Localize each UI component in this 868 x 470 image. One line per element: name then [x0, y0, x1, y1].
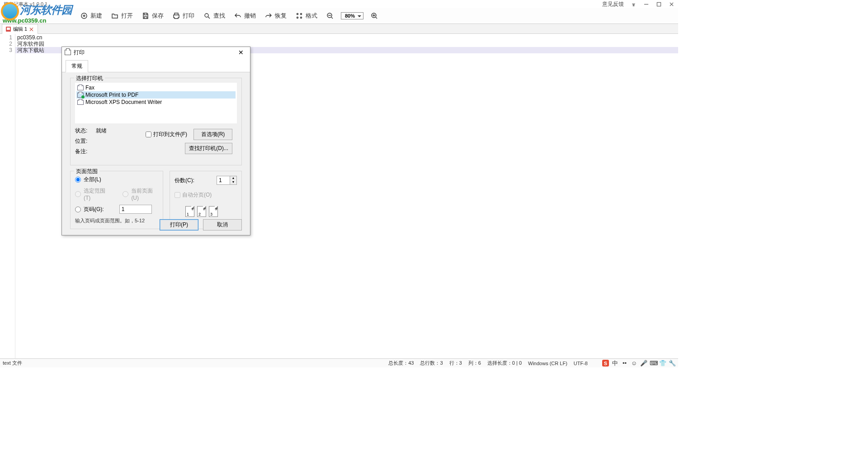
zoom-out-button[interactable]: [323, 10, 337, 21]
print-confirm-button[interactable]: 打印(P): [160, 219, 198, 230]
open-button[interactable]: 打开: [108, 10, 137, 22]
printer-icon: [65, 50, 71, 55]
printer-item[interactable]: Microsoft XPS Document Writer: [76, 99, 236, 106]
printer-item[interactable]: Microsoft Print to PDF: [76, 91, 236, 99]
copies-spinner[interactable]: ▲▼: [217, 176, 237, 185]
ime-logo-icon[interactable]: S: [602, 360, 609, 367]
comment-label: 备注:: [75, 148, 96, 155]
app-title: 极客记事本 v1.0.0.1: [4, 1, 47, 8]
range-selection-radio: 选定范围(T): [75, 187, 110, 201]
redo-button[interactable]: 恢复: [261, 10, 290, 22]
printer-icon: [77, 100, 84, 105]
editor-tab[interactable]: 编辑 1: [2, 24, 38, 34]
print-button[interactable]: 打印: [169, 10, 198, 22]
spin-up-icon[interactable]: ▲: [230, 176, 236, 180]
print-dialog: 打印 ✕ 常规 选择打印机 FaxMicrosoft Print to PDFM…: [61, 47, 250, 235]
printer-item[interactable]: Fax: [76, 84, 236, 91]
range-pages-input[interactable]: [119, 205, 152, 214]
maximize-button[interactable]: [656, 1, 662, 7]
find-button[interactable]: 查找: [200, 10, 229, 22]
status-bar: text 文件 总长度：43 总行数：3 行：3 列：6 选择长度：0 | 0 …: [0, 358, 678, 367]
svg-point-3: [297, 14, 298, 15]
ime-keyboard-icon[interactable]: ⌨: [650, 360, 656, 367]
status-col: 列：6: [468, 360, 481, 367]
tab-close-icon[interactable]: [29, 27, 34, 32]
printer-icon: [77, 93, 84, 98]
toolbar: 新建 打开 保存 打印 查找 撤销 恢复 格式 80%: [0, 8, 678, 24]
printer-list[interactable]: FaxMicrosoft Print to PDFMicrosoft XPS D…: [75, 83, 237, 123]
ime-settings-icon[interactable]: 🔧: [669, 360, 675, 367]
tab-bar: 编辑 1: [0, 24, 678, 34]
dialog-title: 打印: [74, 49, 85, 56]
range-current-radio: 当前页面(U): [123, 187, 158, 201]
editor-line[interactable]: 河东软件园: [17, 41, 678, 47]
select-printer-legend: 选择打印机: [74, 75, 105, 82]
svg-point-4: [301, 14, 302, 15]
copies-input[interactable]: [217, 176, 230, 185]
status-total-lines: 总行数：3: [420, 360, 443, 367]
ime-punct-icon[interactable]: ••: [621, 360, 628, 367]
status-eol: Windows (CR LF): [528, 361, 567, 366]
status-row: 行：3: [449, 360, 462, 367]
feedback-link[interactable]: 意见反馈: [602, 0, 624, 8]
preferences-button[interactable]: 首选项(R): [193, 129, 232, 140]
printer-icon: [77, 85, 84, 90]
svg-rect-0: [657, 2, 660, 6]
find-printer-button[interactable]: 查找打印机(D)...: [185, 143, 232, 154]
line-gutter: 123: [0, 34, 15, 358]
ime-tray: S 中 •• ☺ 🎤 ⌨ 👕 🔧: [602, 359, 675, 367]
svg-point-2: [205, 14, 208, 17]
range-all-radio[interactable]: 全部(L): [75, 176, 158, 183]
minimize-button[interactable]: [643, 1, 649, 7]
dialog-close-button[interactable]: ✕: [235, 49, 247, 56]
status-label: 状态:: [75, 127, 96, 135]
tab-label: 编辑 1: [13, 26, 27, 33]
spin-down-icon[interactable]: ▼: [230, 180, 236, 184]
collate-checkbox: 自动分页(O): [175, 191, 237, 199]
svg-point-5: [297, 17, 298, 19]
print-to-file-checkbox[interactable]: 打印到文件(F): [146, 131, 187, 138]
ime-skin-icon[interactable]: 👕: [659, 360, 666, 367]
close-button[interactable]: [668, 1, 675, 7]
undo-button[interactable]: 撤销: [231, 10, 259, 22]
save-icon: [6, 27, 11, 32]
zoom-select[interactable]: 80%: [341, 12, 363, 19]
cancel-button[interactable]: 取消: [203, 219, 242, 230]
status-filetype: text 文件: [0, 360, 22, 367]
pin-icon[interactable]: [630, 1, 637, 7]
status-encoding: UTF-8: [574, 361, 588, 366]
ime-mic-icon[interactable]: 🎤: [640, 360, 647, 367]
status-total-length: 总长度：43: [388, 360, 414, 367]
svg-point-6: [301, 17, 302, 19]
location-label: 位置:: [75, 137, 96, 145]
ime-emoji-icon[interactable]: ☺: [631, 360, 637, 367]
new-button[interactable]: 新建: [77, 10, 106, 22]
save-button[interactable]: 保存: [138, 10, 167, 22]
tab-general[interactable]: 常规: [66, 60, 88, 72]
zoom-in-button[interactable]: [367, 10, 382, 21]
editor-line[interactable]: pc0359.cn: [17, 34, 678, 41]
status-selection: 选择长度：0 | 0: [487, 360, 522, 367]
ime-lang-icon[interactable]: 中: [612, 359, 618, 367]
range-pages-radio[interactable]: 页码(G):: [75, 205, 158, 214]
copies-label: 份数(C):: [175, 177, 194, 184]
format-button[interactable]: 格式: [292, 10, 321, 22]
